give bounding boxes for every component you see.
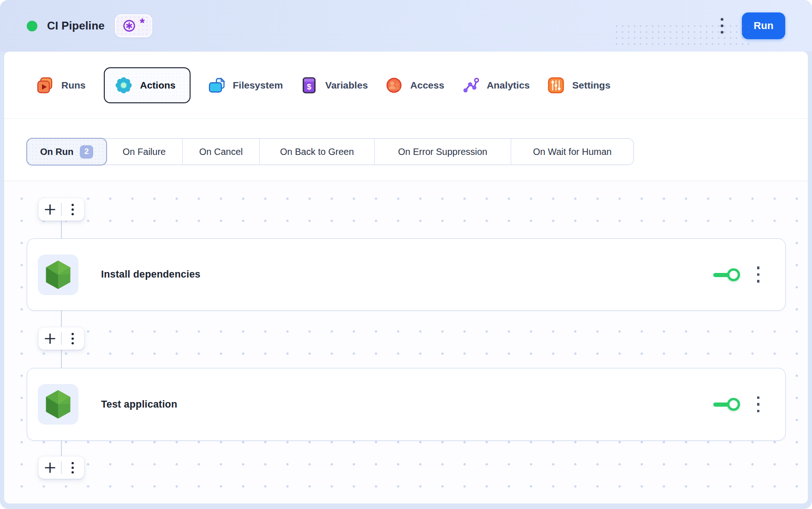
unsaved-changes-badge[interactable]: * bbox=[115, 14, 153, 37]
trigger-tab-label: On Run bbox=[40, 147, 73, 157]
tab-runs[interactable]: Runs bbox=[37, 77, 86, 94]
tab-bar: Runs Actions bbox=[4, 52, 808, 119]
trigger-tab-on-back-to-green[interactable]: On Back to Green bbox=[260, 139, 375, 165]
trigger-tab-label: On Failure bbox=[123, 147, 166, 157]
filesystem-icon bbox=[209, 77, 225, 94]
action-enabled-toggle[interactable] bbox=[713, 268, 740, 282]
asterisk-indicator: * bbox=[140, 17, 145, 30]
trigger-tab-label: On Cancel bbox=[199, 147, 243, 157]
pipeline-header: CI Pipeline * Run bbox=[0, 0, 812, 52]
group-menu-button[interactable] bbox=[62, 198, 84, 220]
plus-icon bbox=[44, 204, 56, 215]
analytics-icon bbox=[462, 77, 479, 94]
pipeline-status-dot bbox=[27, 21, 37, 31]
nodejs-icon bbox=[45, 390, 72, 419]
access-icon bbox=[386, 77, 402, 94]
svg-text:$: $ bbox=[307, 82, 311, 91]
header-dots-texture bbox=[614, 23, 752, 49]
connector-line bbox=[61, 441, 62, 456]
tab-label: Variables bbox=[325, 80, 368, 91]
pipeline-canvas: Install dependencies bbox=[4, 181, 808, 503]
add-action-button[interactable] bbox=[39, 198, 61, 220]
header-overflow-menu-button[interactable] bbox=[716, 13, 728, 38]
action-menu-button[interactable] bbox=[754, 264, 763, 285]
action-icon-box bbox=[38, 254, 78, 295]
trigger-tab-on-run[interactable]: On Run 2 bbox=[27, 139, 106, 165]
group-menu-button[interactable] bbox=[62, 327, 84, 349]
kebab-icon bbox=[72, 333, 74, 344]
run-button[interactable]: Run bbox=[742, 12, 785, 39]
action-card-test-application[interactable]: Test application bbox=[27, 368, 786, 441]
toggle-knob bbox=[727, 398, 740, 411]
pipeline-app: CI Pipeline * Run bbox=[0, 0, 812, 509]
tab-label: Access bbox=[410, 80, 444, 91]
tab-actions[interactable]: Actions bbox=[104, 67, 191, 103]
tab-label: Settings bbox=[572, 80, 610, 91]
tab-label: Runs bbox=[61, 80, 86, 91]
tab-filesystem[interactable]: Filesystem bbox=[209, 77, 283, 94]
trigger-tab-label: On Back to Green bbox=[280, 147, 354, 157]
tab-variables[interactable]: $ Variables bbox=[301, 77, 368, 94]
add-action-group bbox=[38, 198, 84, 221]
plus-icon bbox=[44, 333, 56, 344]
action-title: Install dependencies bbox=[101, 269, 200, 280]
action-icon-box bbox=[38, 384, 78, 425]
main-panel: Runs Actions bbox=[4, 52, 808, 503]
action-title: Test application bbox=[101, 399, 177, 410]
variables-icon: $ bbox=[301, 77, 317, 94]
action-menu-button[interactable] bbox=[754, 394, 763, 415]
group-menu-button[interactable] bbox=[62, 456, 84, 479]
tab-settings[interactable]: Settings bbox=[548, 77, 610, 94]
circled-asterisk-icon bbox=[123, 19, 136, 32]
tab-analytics[interactable]: Analytics bbox=[462, 77, 530, 94]
trigger-tab-on-failure[interactable]: On Failure bbox=[106, 139, 183, 165]
action-enabled-toggle[interactable] bbox=[713, 397, 740, 411]
action-card-install-dependencies[interactable]: Install dependencies bbox=[27, 238, 786, 311]
actions-icon bbox=[115, 77, 132, 94]
toggle-track bbox=[713, 402, 729, 407]
runs-icon bbox=[37, 77, 54, 94]
on-run-count-badge: 2 bbox=[80, 145, 93, 159]
tab-label: Analytics bbox=[487, 80, 530, 91]
add-action-button[interactable] bbox=[39, 327, 61, 349]
nodejs-icon bbox=[45, 260, 72, 290]
trigger-tabs-row: On Run 2 On Failure On Cancel On Back to… bbox=[4, 119, 808, 181]
add-action-group bbox=[38, 327, 84, 350]
page-title: CI Pipeline bbox=[47, 19, 105, 32]
kebab-icon bbox=[72, 204, 74, 215]
toggle-track bbox=[713, 273, 729, 277]
tab-label: Actions bbox=[140, 80, 176, 91]
trigger-tab-label: On Error Suppression bbox=[398, 147, 487, 157]
toggle-knob bbox=[727, 268, 740, 281]
tab-label: Filesystem bbox=[233, 80, 283, 91]
connector-line bbox=[61, 220, 62, 239]
add-action-group bbox=[38, 456, 84, 479]
tab-access[interactable]: Access bbox=[386, 77, 444, 94]
kebab-icon bbox=[72, 462, 74, 473]
plus-icon bbox=[44, 462, 56, 473]
trigger-tab-on-wait-for-human[interactable]: On Wait for Human bbox=[511, 139, 633, 165]
trigger-tab-on-cancel[interactable]: On Cancel bbox=[183, 139, 260, 165]
settings-icon bbox=[548, 77, 564, 94]
trigger-tab-on-error-suppression[interactable]: On Error Suppression bbox=[375, 139, 511, 165]
add-action-button[interactable] bbox=[39, 456, 61, 479]
trigger-tab-label: On Wait for Human bbox=[533, 147, 611, 157]
trigger-tabs: On Run 2 On Failure On Cancel On Back to… bbox=[27, 138, 634, 165]
